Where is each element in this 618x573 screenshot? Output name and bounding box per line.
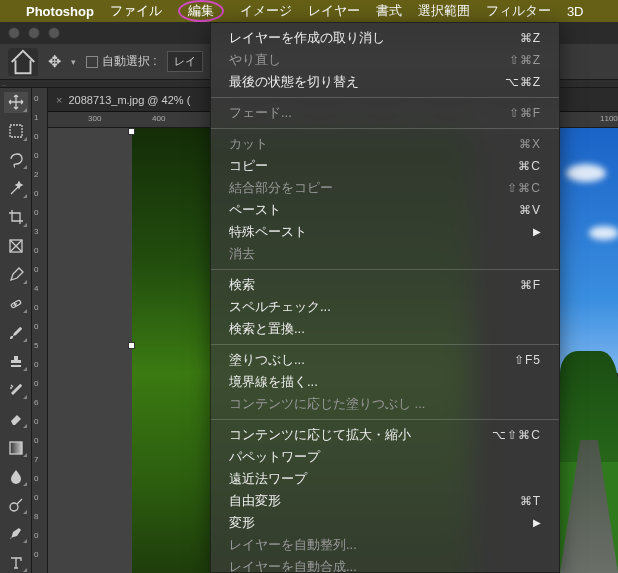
menu-shortcut: ⌘F — [520, 276, 541, 294]
maximize-window-icon[interactable] — [48, 27, 60, 39]
gradient-tool[interactable] — [4, 437, 28, 458]
submenu-arrow-icon: ▶ — [533, 514, 541, 532]
move-tool[interactable] — [4, 92, 28, 113]
submenu-arrow-icon: ▶ — [533, 223, 541, 241]
menu-item[interactable]: コンテンツに応じて拡大・縮小⌥⇧⌘C — [211, 424, 559, 446]
ruler-tick: 5 — [34, 341, 38, 350]
menu-item[interactable]: パペットワープ — [211, 446, 559, 468]
frame-tool[interactable] — [4, 236, 28, 257]
history-brush-tool[interactable] — [4, 380, 28, 401]
menu-item-label: フェード... — [229, 104, 292, 122]
ruler-tick: 0 — [34, 436, 38, 445]
menu-type[interactable]: 書式 — [376, 2, 402, 20]
menu-shortcut: ⌘T — [520, 492, 541, 510]
menu-separator — [211, 128, 559, 129]
menu-item[interactable]: 最後の状態を切り替え⌥⌘Z — [211, 71, 559, 93]
menu-item-label: コンテンツに応じて拡大・縮小 — [229, 426, 411, 444]
type-tool[interactable] — [4, 552, 28, 573]
menu-item-label: 結合部分をコピー — [229, 179, 333, 197]
ruler-vertical: 0100200300400500600700800 — [32, 88, 48, 573]
menu-image[interactable]: イメージ — [240, 2, 292, 20]
menu-item: レイヤーを自動整列... — [211, 534, 559, 556]
ruler-tick: 0 — [34, 474, 38, 483]
menu-item[interactable]: 検索⌘F — [211, 274, 559, 296]
menu-item-label: 検索 — [229, 276, 255, 294]
chevron-down-icon[interactable]: ▾ — [71, 57, 76, 67]
menu-item-label: 検索と置換... — [229, 320, 305, 338]
menu-item[interactable]: レイヤーを作成の取り消し⌘Z — [211, 27, 559, 49]
autoselect-label: 自動選択 : — [102, 54, 157, 68]
pen-tool[interactable] — [4, 523, 28, 544]
eyedropper-tool[interactable] — [4, 265, 28, 286]
menu-item[interactable]: 塗りつぶし...⇧F5 — [211, 349, 559, 371]
menu-item: 結合部分をコピー⇧⌘C — [211, 177, 559, 199]
ruler-tick: 0 — [34, 379, 38, 388]
menu-item[interactable]: コピー⌘C — [211, 155, 559, 177]
menu-filter[interactable]: フィルター — [486, 2, 551, 20]
ruler-tick: 0 — [34, 360, 38, 369]
ruler-tick: 400 — [152, 114, 165, 123]
menubar: Photoshop ファイル 編集 イメージ レイヤー 書式 選択範囲 フィルタ… — [0, 0, 618, 22]
layer-dropdown[interactable]: レイ — [167, 51, 203, 72]
home-icon — [8, 47, 38, 77]
stamp-tool[interactable] — [4, 351, 28, 372]
crop-tool[interactable] — [4, 207, 28, 228]
ruler-tick: 0 — [34, 417, 38, 426]
ruler-tick: 1 — [34, 113, 38, 122]
menu-shortcut: ⇧F5 — [514, 351, 541, 369]
document-tab-title: 2088713_m.jpg @ 42% ( — [68, 94, 190, 106]
ruler-tick: 300 — [88, 114, 101, 123]
menu-edit[interactable]: 編集 — [178, 0, 224, 22]
menu-item[interactable]: スペルチェック... — [211, 296, 559, 318]
ruler-tick: 4 — [34, 284, 38, 293]
menu-shortcut: ⇧⌘F — [509, 104, 541, 122]
menu-shortcut: ⌘Z — [520, 29, 541, 47]
menu-3d[interactable]: 3D — [567, 4, 584, 19]
menu-item-label: スペルチェック... — [229, 298, 331, 316]
ruler-tick: 0 — [34, 208, 38, 217]
menu-item[interactable]: 境界線を描く... — [211, 371, 559, 393]
close-window-icon[interactable] — [8, 27, 20, 39]
menu-item[interactable]: 変形▶ — [211, 512, 559, 534]
ruler-tick: 2 — [34, 170, 38, 179]
transform-handle[interactable] — [128, 128, 135, 135]
brush-tool[interactable] — [4, 322, 28, 343]
menu-item: やり直し⇧⌘Z — [211, 49, 559, 71]
minimize-window-icon[interactable] — [28, 27, 40, 39]
ruler-tick: 0 — [34, 132, 38, 141]
app-menu[interactable]: Photoshop — [26, 4, 94, 19]
menu-item[interactable]: 遠近法ワープ — [211, 468, 559, 490]
ruler-tick: 0 — [34, 550, 38, 559]
wand-tool[interactable] — [4, 178, 28, 199]
menu-layer[interactable]: レイヤー — [308, 2, 360, 20]
lasso-tool[interactable] — [4, 150, 28, 171]
menu-item-label: 特殊ペースト — [229, 223, 307, 241]
blur-tool[interactable] — [4, 466, 28, 487]
menu-separator — [211, 419, 559, 420]
dodge-tool[interactable] — [4, 495, 28, 516]
menu-item[interactable]: 特殊ペースト▶ — [211, 221, 559, 243]
ruler-tick: 7 — [34, 455, 38, 464]
menu-item-label: レイヤーを作成の取り消し — [229, 29, 385, 47]
menu-select[interactable]: 選択範囲 — [418, 2, 470, 20]
menu-separator — [211, 97, 559, 98]
menu-shortcut: ⇧⌘Z — [509, 51, 541, 69]
menu-separator — [211, 269, 559, 270]
healing-tool[interactable] — [4, 293, 28, 314]
transform-handle[interactable] — [128, 342, 135, 349]
menu-item-label: 消去 — [229, 245, 255, 263]
autoselect-checkbox[interactable]: 自動選択 : — [86, 53, 157, 70]
menu-file[interactable]: ファイル — [110, 2, 162, 20]
ruler-tick: 0 — [34, 151, 38, 160]
menu-item[interactable]: ペースト⌘V — [211, 199, 559, 221]
eraser-tool[interactable] — [4, 408, 28, 429]
home-button[interactable] — [8, 48, 38, 76]
menu-item: カット⌘X — [211, 133, 559, 155]
menu-item: コンテンツに応じた塗りつぶし ... — [211, 393, 559, 415]
menu-item[interactable]: 自由変形⌘T — [211, 490, 559, 512]
menu-item[interactable]: 検索と置換... — [211, 318, 559, 340]
tab-close-icon[interactable]: × — [56, 94, 62, 106]
marquee-tool[interactable] — [4, 121, 28, 142]
menu-separator — [211, 344, 559, 345]
ruler-tick: 1100 — [600, 114, 618, 123]
